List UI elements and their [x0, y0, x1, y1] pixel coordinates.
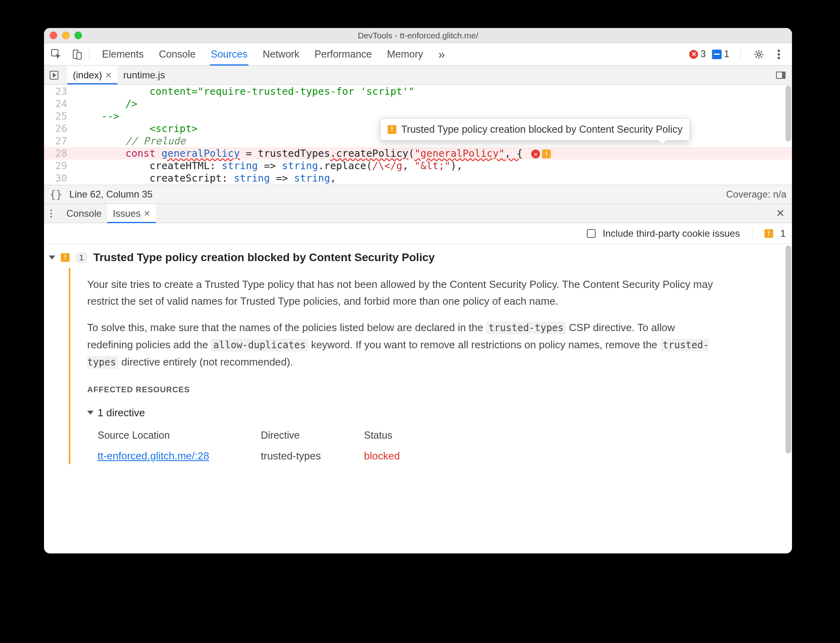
directive-cell: trusted-types	[261, 447, 345, 464]
issues-panel: ! 1 Trusted Type policy creation blocked…	[44, 244, 792, 553]
directive-summary[interactable]: 1 directive	[87, 404, 715, 421]
inspect-element-icon[interactable]	[50, 48, 63, 61]
navigator-toggle-icon[interactable]	[50, 71, 58, 80]
error-count[interactable]: ✕ 3	[689, 49, 706, 60]
tab-console[interactable]: Console	[159, 43, 196, 65]
error-count-value: 3	[700, 49, 706, 60]
message-count[interactable]: 1	[712, 49, 729, 60]
separator	[740, 48, 741, 61]
scrollbar[interactable]	[786, 246, 791, 453]
panel-tabs: Elements Console Sources Network Perform…	[102, 43, 445, 65]
tab-sources[interactable]: Sources	[211, 43, 248, 65]
devtools-window: DevTools - tt-enforced.glitch.me/ Elemen…	[44, 28, 792, 553]
issue-body: Your site tries to create a Trusted Type…	[69, 268, 725, 464]
main-toolbar: Elements Console Sources Network Perform…	[44, 43, 792, 66]
svg-point-6	[778, 57, 780, 59]
drawer-menu-icon[interactable]	[50, 210, 52, 218]
warning-icon: !	[388, 125, 396, 134]
col-header: Status	[364, 427, 424, 443]
col-header: Directive	[261, 427, 345, 443]
source-editor[interactable]: 2324252627282930 content="require-truste…	[44, 85, 792, 185]
editor-status-bar: {} Line 62, Column 35 Coverage: n/a	[44, 185, 792, 204]
svg-rect-2	[77, 52, 81, 59]
drawer-tab-console[interactable]: Console	[61, 204, 107, 223]
cursor-position: Line 62, Column 35	[69, 189, 152, 200]
separator	[89, 48, 89, 61]
svg-point-3	[757, 53, 760, 56]
issue-paragraph: To solve this, make sure that the names …	[87, 319, 715, 371]
file-tab-label: runtime.js	[123, 70, 165, 81]
separator	[752, 228, 752, 239]
svg-point-4	[778, 50, 780, 52]
file-tabbar: (index) ✕ runtime.js	[44, 66, 792, 85]
warning-icon: !	[764, 229, 773, 238]
close-icon[interactable]: ✕	[144, 209, 150, 218]
svg-point-5	[778, 53, 780, 56]
issue-count-badge: 1	[75, 252, 88, 263]
code-token: trusted-types	[486, 322, 566, 334]
expand-caret-icon[interactable]	[87, 411, 94, 415]
col-header: Source Location	[98, 427, 242, 443]
line-gutter: 2324252627282930	[44, 85, 71, 184]
pretty-print-icon[interactable]: {}	[50, 188, 62, 200]
code-token: allow-duplicates	[211, 339, 308, 351]
issue-header[interactable]: ! 1 Trusted Type policy creation blocked…	[44, 244, 792, 268]
settings-icon[interactable]	[752, 48, 766, 61]
source-location-link[interactable]: tt-enforced.glitch.me/:28	[98, 447, 242, 464]
message-icon	[712, 50, 722, 59]
issue-title: Trusted Type policy creation blocked by …	[93, 251, 435, 264]
tab-performance[interactable]: Performance	[314, 43, 372, 65]
status-cell: blocked	[364, 447, 424, 464]
issue-paragraph: Your site tries to create a Trusted Type…	[87, 276, 715, 310]
more-tabs-button[interactable]: »	[438, 43, 445, 65]
tab-elements[interactable]: Elements	[102, 43, 144, 65]
tab-memory[interactable]: Memory	[387, 43, 423, 65]
close-icon[interactable]: ✕	[105, 70, 112, 80]
tab-network[interactable]: Network	[263, 43, 300, 65]
checkbox-label: Include third-party cookie issues	[603, 228, 740, 239]
affected-resources-heading: AFFECTED RESOURCES	[87, 381, 715, 398]
third-party-cookie-checkbox[interactable]	[587, 229, 596, 238]
message-count-value: 1	[724, 49, 729, 60]
kebab-menu-icon[interactable]	[772, 48, 786, 61]
debugger-pane-toggle-icon[interactable]	[776, 72, 786, 79]
file-tab-index[interactable]: (index) ✕	[67, 66, 118, 84]
warning-icon: !	[61, 253, 70, 262]
file-tab-label: (index)	[73, 70, 102, 81]
issue-tooltip: ! Trusted Type policy creation blocked b…	[380, 118, 690, 141]
affected-table: Source Location Directive Status tt-enfo…	[98, 427, 715, 464]
device-toolbar-icon[interactable]	[70, 48, 84, 61]
error-icon: ✕	[689, 50, 698, 59]
scrollbar[interactable]	[786, 86, 791, 142]
drawer-tabbar: Console Issues ✕ ✕	[44, 204, 792, 223]
error-icon[interactable]: ✕	[531, 150, 540, 158]
expand-caret-icon[interactable]	[49, 256, 55, 260]
issues-warn-count: 1	[780, 228, 786, 239]
drawer-tab-issues[interactable]: Issues ✕	[107, 204, 156, 223]
issues-toolbar: Include third-party cookie issues ! 1	[44, 223, 792, 244]
titlebar: DevTools - tt-enforced.glitch.me/	[44, 28, 792, 43]
tooltip-text: Trusted Type policy creation blocked by …	[401, 123, 682, 136]
window-title: DevTools - tt-enforced.glitch.me/	[44, 28, 792, 43]
file-tab-runtime[interactable]: runtime.js	[118, 66, 170, 84]
close-drawer-button[interactable]: ✕	[773, 206, 788, 221]
warning-icon[interactable]: !	[542, 150, 551, 158]
coverage-status: Coverage: n/a	[726, 189, 786, 200]
